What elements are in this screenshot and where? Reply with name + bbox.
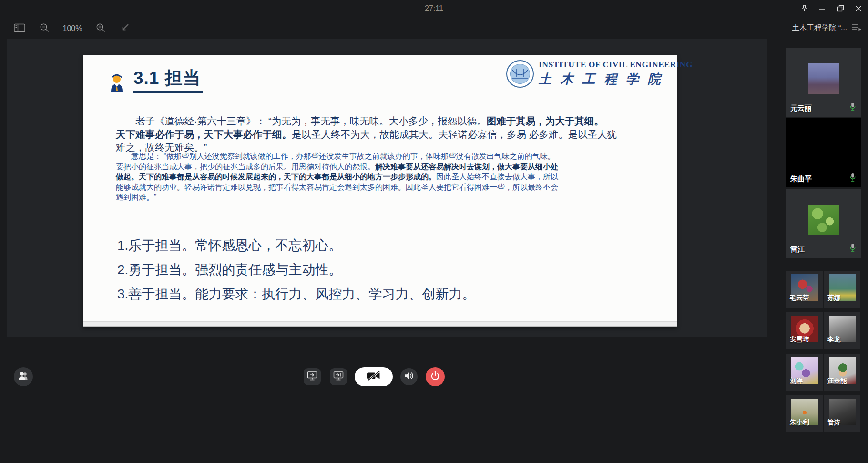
paragraph-line: 意思是： “做那些别人还没觉察到就该做的工作，办那些还没发生事故之前就该办的事，…: [116, 151, 558, 162]
participant-tile[interactable]: 朱小利: [786, 395, 823, 432]
participant-tile[interactable]: 毛云莹: [786, 271, 823, 308]
sidebar-header: 土木工程学院 “...: [762, 23, 862, 33]
avatar: [808, 205, 839, 235]
slide-paragraph-quote: 老子《道德经·第六十三章》： “为无为，事无事，味无味。大小多少，报怨以德。图难…: [116, 114, 617, 154]
slide-title-row: 3.1 担当: [110, 66, 203, 93]
restore-icon: [837, 5, 844, 12]
meeting-timer: 27:11: [0, 0, 868, 17]
panel-toggle-button[interactable]: [12, 22, 27, 35]
meeting-window: 27:11: [0, 0, 868, 463]
camera-off-button[interactable]: [355, 367, 393, 386]
close-icon: [855, 5, 862, 12]
participant-name: 朱小利: [790, 418, 809, 427]
participant-tile[interactable]: 安雪玮: [786, 312, 823, 349]
participant-name: 安雪玮: [790, 335, 809, 344]
screen-share-alt-button[interactable]: [330, 368, 347, 385]
layout-toggle-button[interactable]: [851, 23, 862, 33]
fit-screen-button[interactable]: [118, 22, 133, 35]
paragraph-line: 做起。天下的难事都是从容易的时候发展起来的，天下的大事都是从细小的地方一步步形成…: [116, 172, 558, 182]
window-controls: [797, 0, 865, 17]
list-item: 2.勇于担当。强烈的责任感与主动性。: [117, 257, 475, 282]
slide-title: 3.1 担当: [133, 66, 203, 93]
participant-name: 朱曲平: [790, 175, 812, 184]
participants-icon: [18, 371, 29, 382]
participant-tile[interactable]: 朱曲平: [786, 118, 861, 187]
shared-screen-area: 3.1 担当 INSTITUTE OF CIVIL ENGINEERING: [7, 39, 767, 337]
zoom-level-label: 100%: [62, 24, 83, 33]
participant-tile[interactable]: 雷江: [786, 189, 861, 258]
view-toolbar: 100%: [12, 21, 133, 36]
logo-text-cn: 土 木 工 程 学 院: [539, 71, 693, 88]
logo-text-en: INSTITUTE OF CIVIL ENGINEERING: [539, 60, 693, 70]
paragraph-line: 老子《道德经·第六十三章》： “为无为，事无事，味无味。大小多少，报怨以德。图难…: [116, 114, 617, 128]
mic-icon: [849, 243, 856, 255]
paragraph-line: 要把小的征兆当成大事，把少的征兆当成多的后果。用恩德对待他人的怨恨。解决难事要从…: [116, 162, 558, 172]
zoom-in-button[interactable]: [93, 22, 108, 35]
fit-screen-icon: [121, 23, 130, 34]
institute-seal-icon: [506, 60, 534, 88]
mic-icon: [849, 173, 856, 184]
participant-tile[interactable]: 元云丽: [786, 48, 861, 117]
screen-share-button[interactable]: [304, 368, 321, 385]
maximize-button[interactable]: [834, 2, 847, 15]
participant-name: 李龙: [827, 335, 840, 344]
participant-tile[interactable]: 刘洋: [786, 354, 823, 391]
participant-tile[interactable]: 李龙: [824, 312, 860, 349]
end-call-button[interactable]: [426, 367, 445, 386]
screen-share-alt-icon: [333, 371, 344, 382]
paragraph-line: 能够成就大的功业。轻易许诺肯定难以兑现，把事看得太容易肯定会遇到太多的困难。因此…: [116, 182, 558, 193]
captain-clipart-icon: [110, 70, 124, 93]
participant-name: 管涛: [827, 418, 840, 427]
minimize-button[interactable]: [816, 2, 829, 15]
paragraph-line: 天下难事必作于易，天下大事必作于细。是以圣人终不为大，故能成其大。夫轻诺必寡信，…: [116, 128, 617, 141]
power-icon: [430, 370, 440, 383]
participant-name: 雷江: [790, 245, 805, 254]
sidebar-meeting-title: 土木工程学院 “...: [792, 23, 847, 33]
list-item: 3.善于担当。能力要求：执行力、风控力、学习力、创新力。: [117, 282, 475, 306]
camera-off-icon: [367, 370, 381, 383]
institute-logo: INSTITUTE OF CIVIL ENGINEERING 土 木 工 程 学…: [506, 60, 693, 88]
screen-share-icon: [307, 371, 317, 382]
participant-name: 毛云莹: [790, 294, 809, 302]
minimize-icon: [819, 5, 826, 12]
mic-icon: [849, 102, 856, 113]
avatar: [808, 63, 839, 94]
participant-name: 元云丽: [790, 104, 812, 113]
panel-toggle-icon: [14, 23, 25, 34]
slide-paragraph-explanation: 意思是： “做那些别人还没觉察到就该做的工作，办那些还没发生事故之前就该办的事，…: [116, 151, 558, 203]
paragraph-line: 遇到困难。”: [116, 192, 558, 203]
slide-page-edge: [83, 321, 677, 327]
pin-icon: [800, 4, 808, 12]
speaker-icon: [404, 371, 414, 382]
zoom-out-button[interactable]: [37, 22, 51, 35]
pin-button[interactable]: [797, 2, 811, 15]
participants-button[interactable]: [14, 367, 33, 386]
zoom-out-icon: [40, 23, 50, 35]
participant-tile[interactable]: 汪金能: [824, 354, 860, 391]
participant-tile[interactable]: 管涛: [824, 395, 860, 432]
speaker-button[interactable]: [400, 368, 418, 385]
participant-name: 刘洋: [790, 377, 803, 385]
slide-key-points: 1.乐于担当。常怀感恩心，不忘初心。 2.勇于担当。强烈的责任感与主动性。 3.…: [117, 233, 475, 306]
participant-name: 苏娜: [827, 294, 840, 302]
participant-name: 汪金能: [827, 377, 847, 385]
close-button[interactable]: [852, 2, 865, 15]
participant-tile[interactable]: 苏娜: [824, 271, 860, 308]
titlebar: 27:11: [0, 0, 868, 17]
presentation-slide: 3.1 担当 INSTITUTE OF CIVIL ENGINEERING: [83, 55, 677, 327]
list-item: 1.乐于担当。常怀感恩心，不忘初心。: [117, 233, 475, 257]
zoom-in-icon: [96, 23, 106, 35]
